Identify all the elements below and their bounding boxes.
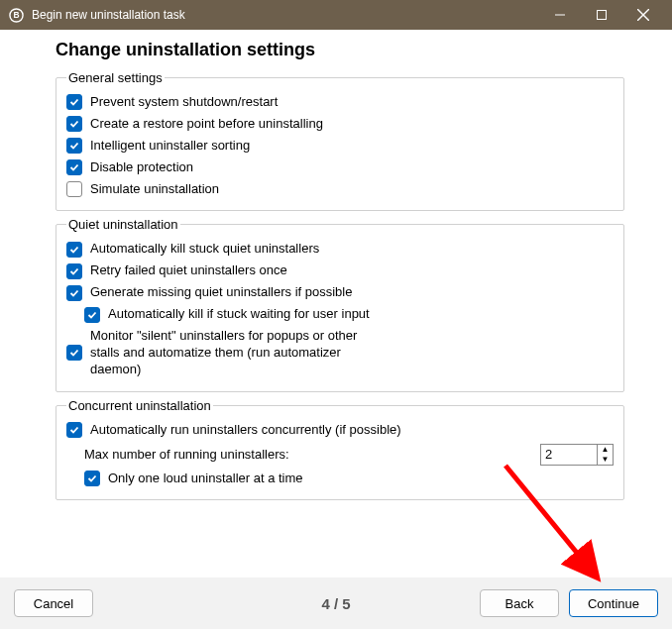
checkbox-intelligent-sort[interactable] — [66, 138, 82, 154]
step-indicator: 4 / 5 — [321, 595, 350, 612]
label-gen-missing: Generate missing quiet uninstallers if p… — [90, 284, 614, 301]
label-disable-protection: Disable protection — [90, 159, 614, 176]
checkbox-autokill-userinput[interactable] — [84, 307, 100, 323]
app-icon: B — [8, 7, 24, 23]
label-retry-once: Retry failed quiet uninstallers once — [90, 262, 614, 279]
page-title: Change uninstallation settings — [56, 40, 624, 60]
group-concurrent-legend: Concurrent uninstallation — [66, 398, 213, 413]
label-simulate: Simulate uninstallation — [90, 181, 614, 198]
close-button[interactable] — [622, 0, 664, 30]
continue-button[interactable]: Continue — [569, 589, 658, 617]
back-button[interactable]: Back — [480, 589, 559, 617]
label-restore-point: Create a restore point before uninstalli… — [90, 116, 614, 133]
content-area: Change uninstallation settings General s… — [0, 30, 672, 577]
window-title: Begin new uninstallation task — [32, 8, 539, 22]
group-quiet: Quiet uninstallation Automatically kill … — [56, 217, 624, 391]
titlebar: B Begin new uninstallation task — [0, 0, 672, 30]
checkbox-gen-missing[interactable] — [66, 285, 82, 301]
window: B Begin new uninstallation task Change u… — [0, 0, 672, 629]
label-max-running: Max number of running uninstallers: — [84, 447, 289, 462]
group-concurrent: Concurrent uninstallation Automatically … — [56, 398, 624, 501]
group-general-legend: General settings — [66, 70, 165, 85]
footer-bar: Cancel 4 / 5 Back Continue — [0, 577, 672, 629]
label-autokill-stuck: Automatically kill stuck quiet uninstall… — [90, 241, 614, 258]
label-intelligent-sort: Intelligent uninstaller sorting — [90, 138, 614, 155]
svg-rect-3 — [598, 11, 607, 20]
spinner-max-running: ▲ ▼ — [540, 444, 614, 466]
checkbox-autokill-stuck[interactable] — [66, 242, 82, 258]
label-monitor-silent: Monitor "silent" uninstallers for popups… — [90, 328, 378, 378]
minimize-button[interactable] — [539, 0, 581, 30]
svg-text:B: B — [13, 10, 19, 20]
label-auto-concurrent: Automatically run uninstallers concurren… — [90, 422, 614, 439]
group-general: General settings Prevent system shutdown… — [56, 70, 624, 211]
spinner-down-button[interactable]: ▼ — [598, 455, 613, 465]
label-one-loud: Only one loud uninstaller at a time — [108, 471, 614, 487]
cancel-button[interactable]: Cancel — [14, 589, 93, 617]
label-autokill-userinput: Automatically kill if stuck waiting for … — [108, 306, 614, 323]
checkbox-simulate[interactable] — [66, 181, 82, 197]
spinner-up-button[interactable]: ▲ — [598, 445, 613, 455]
maximize-button[interactable] — [581, 0, 622, 30]
checkbox-auto-concurrent[interactable] — [66, 422, 82, 438]
checkbox-restore-point[interactable] — [66, 116, 82, 132]
group-quiet-legend: Quiet uninstallation — [66, 217, 180, 232]
input-max-running[interactable] — [541, 445, 597, 465]
checkbox-one-loud[interactable] — [84, 471, 100, 486]
checkbox-prevent-shutdown[interactable] — [66, 94, 82, 110]
checkbox-monitor-silent[interactable] — [66, 345, 82, 361]
checkbox-disable-protection[interactable] — [66, 159, 82, 175]
label-prevent-shutdown: Prevent system shutdown/restart — [90, 94, 614, 111]
checkbox-retry-once[interactable] — [66, 263, 82, 279]
